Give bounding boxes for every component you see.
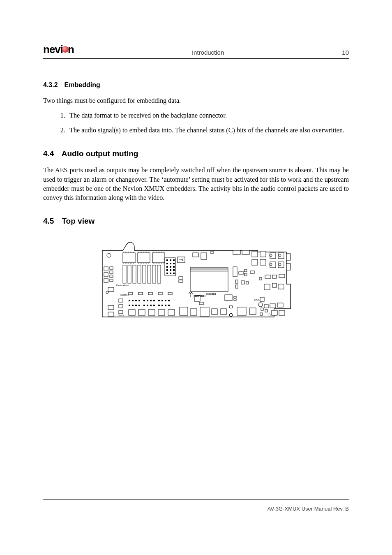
svg-point-5 xyxy=(268,314,270,316)
svg-rect-85 xyxy=(161,305,163,306)
svg-rect-107 xyxy=(286,254,291,260)
svg-rect-8 xyxy=(152,253,165,263)
svg-rect-46 xyxy=(119,305,123,308)
svg-rect-14 xyxy=(148,265,151,283)
svg-rect-141 xyxy=(110,267,113,269)
svg-rect-110 xyxy=(239,272,244,274)
svg-rect-52 xyxy=(168,310,175,315)
svg-rect-12 xyxy=(138,265,141,283)
svg-rect-87 xyxy=(168,305,170,306)
svg-rect-89 xyxy=(138,292,143,295)
svg-rect-114 xyxy=(235,280,238,283)
svg-rect-9 xyxy=(123,265,126,283)
svg-rect-138 xyxy=(260,313,263,315)
svg-rect-80 xyxy=(143,305,145,306)
svg-rect-128 xyxy=(260,297,264,301)
svg-rect-113 xyxy=(250,271,254,273)
page-content: 4.3.2 Embedding Two things must be confi… xyxy=(43,59,349,321)
figure-brand-text: nevion xyxy=(194,294,205,298)
svg-rect-127 xyxy=(234,299,236,301)
svg-rect-122 xyxy=(264,284,270,290)
svg-point-3 xyxy=(229,313,233,317)
heading-4-4: 4.4 Audio output muting xyxy=(43,149,349,158)
svg-rect-37 xyxy=(193,253,198,257)
svg-rect-94 xyxy=(242,250,249,254)
svg-rect-38 xyxy=(201,253,207,259)
svg-rect-39 xyxy=(211,251,213,254)
logo-text-right: n xyxy=(68,43,74,56)
svg-rect-55 xyxy=(200,307,209,316)
logo-dot-icon xyxy=(62,46,69,53)
svg-rect-137 xyxy=(265,310,267,312)
svg-rect-120 xyxy=(272,275,277,278)
svg-rect-73 xyxy=(161,300,163,301)
svg-rect-29 xyxy=(173,269,175,271)
page-footer: AV-3G-XMUX User Manual Rev. B xyxy=(43,500,349,512)
svg-rect-11 xyxy=(133,265,136,283)
svg-rect-81 xyxy=(147,305,148,306)
svg-rect-69 xyxy=(147,300,148,301)
svg-rect-93 xyxy=(233,250,240,254)
svg-rect-96 xyxy=(260,251,266,257)
svg-rect-20 xyxy=(173,259,175,261)
svg-rect-49 xyxy=(138,310,145,315)
svg-rect-126 xyxy=(234,296,236,298)
svg-rect-30 xyxy=(166,273,168,274)
svg-rect-118 xyxy=(259,278,262,280)
svg-rect-79 xyxy=(138,305,140,306)
svg-rect-48 xyxy=(129,310,135,315)
svg-rect-95 xyxy=(252,251,258,257)
svg-rect-88 xyxy=(129,292,133,295)
svg-rect-91 xyxy=(158,292,162,295)
svg-rect-56 xyxy=(212,309,217,314)
svg-rect-10 xyxy=(128,265,131,283)
svg-rect-116 xyxy=(241,281,244,284)
svg-rect-50 xyxy=(148,310,155,315)
svg-rect-15 xyxy=(152,265,156,283)
svg-rect-109 xyxy=(233,267,237,277)
svg-rect-62 xyxy=(108,305,114,310)
svg-rect-65 xyxy=(132,300,134,301)
svg-rect-43 xyxy=(210,293,212,295)
svg-rect-101 xyxy=(270,262,276,268)
list-item: The audio signal(s) to embed data into. … xyxy=(67,126,349,135)
figure-label-status: Status xyxy=(118,314,125,317)
svg-rect-25 xyxy=(170,266,171,268)
svg-rect-117 xyxy=(246,282,249,284)
list-item: The data format to be received on the ba… xyxy=(67,111,349,120)
svg-rect-129 xyxy=(237,307,246,315)
svg-rect-134 xyxy=(272,310,277,315)
svg-rect-74 xyxy=(165,300,166,301)
heading-4-5: 4.5 Top view xyxy=(43,217,349,226)
figure-label-mod: MOD xyxy=(254,298,261,301)
svg-rect-139 xyxy=(179,277,183,279)
svg-rect-99 xyxy=(270,253,276,259)
svg-rect-72 xyxy=(158,300,160,301)
svg-rect-60 xyxy=(104,278,108,282)
svg-rect-124 xyxy=(278,284,284,289)
logo-text-left: nevi xyxy=(43,43,63,56)
svg-rect-78 xyxy=(135,305,137,306)
svg-rect-83 xyxy=(153,305,155,306)
svg-rect-16 xyxy=(157,265,161,283)
svg-rect-143 xyxy=(110,275,113,278)
svg-rect-32 xyxy=(173,273,175,274)
svg-rect-31 xyxy=(170,273,171,274)
svg-rect-24 xyxy=(166,266,168,268)
svg-rect-90 xyxy=(148,292,152,295)
svg-rect-132 xyxy=(270,304,276,308)
svg-rect-44 xyxy=(213,293,216,295)
svg-rect-135 xyxy=(279,310,285,315)
embedding-requirements-list: The data format to be received on the ba… xyxy=(43,111,349,135)
page-header: nevi n Introduction 10 xyxy=(43,43,349,59)
svg-rect-28 xyxy=(170,269,171,271)
header-section-name: Introduction xyxy=(192,49,224,56)
svg-rect-97 xyxy=(252,259,258,265)
svg-rect-131 xyxy=(264,305,268,308)
svg-rect-77 xyxy=(132,305,134,306)
svg-rect-130 xyxy=(249,308,256,314)
svg-rect-53 xyxy=(180,307,188,315)
svg-rect-108 xyxy=(286,264,291,270)
svg-rect-111 xyxy=(244,269,247,272)
svg-rect-76 xyxy=(129,305,130,306)
